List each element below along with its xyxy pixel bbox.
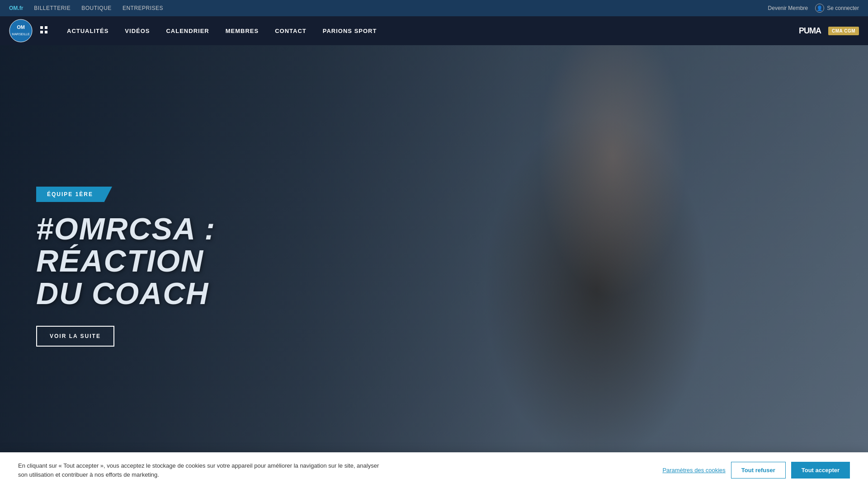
boutique-link[interactable]: BOUTIQUE bbox=[81, 5, 112, 11]
entreprises-link[interactable]: ENTREPRISES bbox=[123, 5, 163, 11]
nav-links: ACTUALITÉS VIDÉOS CALENDRIER MEMBRES CON… bbox=[59, 16, 799, 45]
hero-title-line1: #OMRCSA : bbox=[36, 211, 216, 246]
cookie-text: En cliquant sur « Tout accepter », vous … bbox=[18, 461, 380, 479]
videos-link[interactable]: VIDÉOS bbox=[117, 16, 158, 45]
svg-point-0 bbox=[9, 19, 32, 42]
svg-rect-5 bbox=[40, 31, 43, 33]
svg-text:MARSEILLE: MARSEILLE bbox=[12, 33, 30, 36]
hero-title: #OMRCSA : RÉACTION DU COACH bbox=[36, 213, 316, 310]
hero-title-line3: DU COACH bbox=[36, 276, 209, 310]
top-bar-right: Devenir Membre 👤 Se connecter bbox=[768, 4, 859, 13]
om-fr-link[interactable]: OM.fr bbox=[9, 5, 23, 11]
hero-section: ÉQUIPE 1ÈRE #OMRCSA : RÉACTION DU COACH … bbox=[0, 45, 868, 488]
svg-text:OM: OM bbox=[17, 24, 25, 30]
voir-la-suite-button[interactable]: VOIR LA SUITE bbox=[36, 326, 114, 347]
svg-rect-3 bbox=[40, 26, 43, 29]
membres-link[interactable]: MEMBRES bbox=[217, 16, 267, 45]
cookie-buttons: Paramètres des cookies Tout refuser Tout… bbox=[662, 462, 850, 479]
top-bar: OM.fr BILLETTERIE BOUTIQUE ENTREPRISES D… bbox=[0, 0, 868, 16]
category-badge: ÉQUIPE 1ÈRE bbox=[36, 187, 104, 202]
svg-rect-4 bbox=[45, 26, 47, 29]
hero-title-line2: RÉACTION bbox=[36, 244, 204, 278]
billetterie-link[interactable]: BILLETTERIE bbox=[34, 5, 71, 11]
parions-sport-link[interactable]: PARIONS SPORT bbox=[315, 16, 385, 45]
cookie-refuse-button[interactable]: Tout refuser bbox=[731, 462, 786, 479]
nav-sponsors: PUMA CMA CGM bbox=[799, 23, 859, 38]
om-logo[interactable]: OM MARSEILLE bbox=[9, 19, 33, 42]
se-connecter-button[interactable]: 👤 Se connecter bbox=[815, 4, 859, 13]
devenir-membre-link[interactable]: Devenir Membre bbox=[768, 5, 808, 11]
cookie-accept-button[interactable]: Tout accepter bbox=[791, 462, 850, 479]
hero-content: ÉQUIPE 1ÈRE #OMRCSA : RÉACTION DU COACH … bbox=[0, 45, 316, 488]
user-icon: 👤 bbox=[815, 4, 824, 13]
puma-logo: PUMA bbox=[799, 23, 821, 38]
main-nav: OM MARSEILLE ACTUALITÉS VIDÉOS CALENDRIE… bbox=[0, 16, 868, 45]
svg-rect-6 bbox=[45, 31, 47, 33]
contact-link[interactable]: CONTACT bbox=[267, 16, 315, 45]
cookie-params-button[interactable]: Paramètres des cookies bbox=[662, 467, 725, 474]
top-bar-left: OM.fr BILLETTERIE BOUTIQUE ENTREPRISES bbox=[9, 5, 163, 11]
actualites-link[interactable]: ACTUALITÉS bbox=[59, 16, 117, 45]
grid-icon[interactable] bbox=[40, 26, 48, 36]
cma-cgm-logo: CMA CGM bbox=[828, 23, 859, 38]
calendrier-link[interactable]: CALENDRIER bbox=[158, 16, 217, 45]
cookie-banner: En cliquant sur « Tout accepter », vous … bbox=[0, 452, 868, 488]
